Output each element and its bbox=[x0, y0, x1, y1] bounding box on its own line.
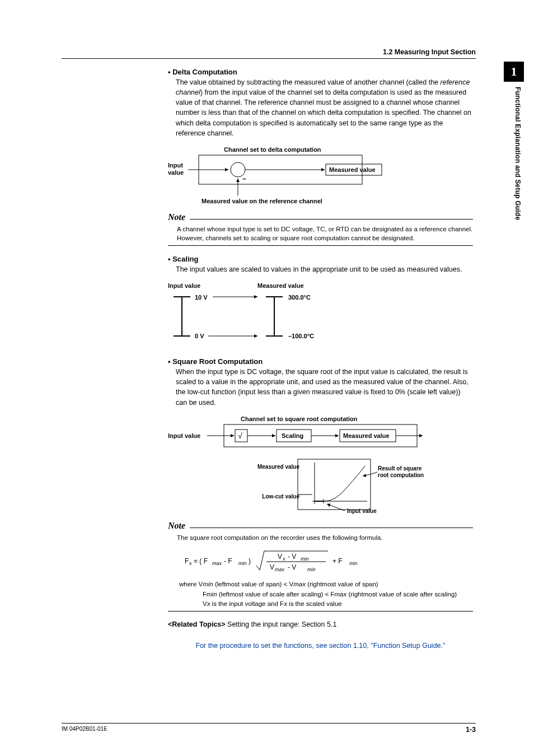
svg-text:F: F bbox=[185, 557, 189, 565]
where-block: where Vmin (leftmost value of span) < Vm… bbox=[179, 580, 473, 609]
heading-sqrt: Square Root Computation bbox=[168, 357, 473, 366]
l-measured: Measured value bbox=[329, 166, 376, 173]
in-lo: 0 V bbox=[195, 333, 204, 339]
l-result2: root computation bbox=[378, 472, 424, 478]
note-label-2: Note bbox=[168, 521, 185, 531]
l-result1: Result of square bbox=[378, 465, 422, 472]
fig-delta: Channel set to delta computation Input v… bbox=[168, 145, 473, 207]
section-header: 1.2 Measuring Input Section bbox=[62, 48, 476, 56]
heading-scaling: Scaling bbox=[168, 255, 473, 263]
svg-text:V: V bbox=[270, 563, 274, 571]
chapter-tab: 1 bbox=[504, 62, 524, 82]
header-rule bbox=[62, 58, 476, 59]
sqrt-diagram: Channel set to square root computation I… bbox=[168, 414, 473, 515]
page-content: 1.2 Measuring Input Section Delta Comput… bbox=[62, 39, 476, 650]
svg-text:- V: - V bbox=[288, 553, 296, 561]
note-rule bbox=[190, 219, 473, 220]
page-number: 1-3 bbox=[466, 726, 476, 734]
t: The value obtained by subtracting the me… bbox=[176, 78, 441, 86]
svg-rect-22 bbox=[298, 459, 371, 510]
fig-scaling: Input value Measured value 10 V 0 V 300.… bbox=[168, 281, 473, 348]
scaling-diagram: Input value Measured value 10 V 0 V 300.… bbox=[168, 281, 358, 348]
out-lo: –100.0°C bbox=[288, 333, 314, 339]
main-content: Delta Computation The value obtained by … bbox=[168, 68, 473, 650]
note-heading-1: Note bbox=[168, 212, 473, 222]
svg-text:= ( F: = ( F bbox=[194, 557, 208, 565]
l-lowcut: Low-cut value bbox=[262, 493, 299, 500]
note-label: Note bbox=[168, 212, 185, 222]
svg-text:+ F: + F bbox=[332, 557, 343, 565]
svg-text:min: min bbox=[238, 561, 247, 566]
related-label: <Related Topics> bbox=[168, 620, 226, 628]
svg-text:): ) bbox=[249, 557, 251, 565]
note-rule-2 bbox=[190, 528, 473, 528]
fig-title: Channel set to delta computation bbox=[224, 146, 321, 153]
l-out: Measured value bbox=[257, 282, 304, 289]
doc-id: IM 04P02B01-01E bbox=[62, 726, 107, 734]
side-label: Functional Explanation and Setup Guide bbox=[514, 87, 522, 220]
body-delta: The value obtained by subtracting the me… bbox=[176, 77, 473, 138]
svg-text:max: max bbox=[212, 561, 222, 566]
chapter-number: 1 bbox=[511, 64, 517, 79]
out-hi: 300.0°C bbox=[288, 294, 311, 301]
sqrt-title: Channel set to square root computation bbox=[241, 416, 358, 422]
l-ref: Measured value on the reference channel bbox=[202, 198, 322, 204]
svg-text:-  F: - F bbox=[224, 557, 232, 565]
delta-diagram: Channel set to delta computation Input v… bbox=[168, 145, 414, 207]
minus-sign: – bbox=[242, 175, 246, 183]
sqrt-sym: √ bbox=[238, 431, 242, 440]
l-in: Input value bbox=[168, 282, 200, 289]
l-value: value bbox=[168, 169, 184, 176]
note-rule-end-2 bbox=[168, 611, 473, 612]
svg-text:x: x bbox=[282, 556, 285, 562]
t2: ) from the input value of the channel se… bbox=[176, 88, 471, 137]
l-scaling: Scaling bbox=[282, 432, 303, 439]
where-1: where Vmin (leftmost value of span) < Vm… bbox=[179, 580, 473, 589]
l-inv: Input value bbox=[168, 432, 200, 439]
l-mvaxis: Measured value bbox=[257, 464, 299, 470]
related-text: Setting the input range: Section 5.1 bbox=[226, 620, 337, 628]
note-heading-2: Note bbox=[168, 521, 473, 531]
where-3: Vx is the input voltage and Fx is the sc… bbox=[203, 599, 473, 609]
in-hi: 10 V bbox=[195, 294, 208, 301]
body-scaling: The input values are scaled to values in… bbox=[176, 264, 473, 274]
fig-sqrt: Channel set to square root computation I… bbox=[168, 414, 473, 515]
svg-text:V: V bbox=[278, 553, 282, 561]
l-mv: Measured value bbox=[343, 432, 390, 439]
related-topics: <Related Topics> Setting the input range… bbox=[168, 620, 473, 628]
body-sqrt: When the input type is DC voltage, the s… bbox=[176, 367, 473, 408]
formula: Fx = ( Fmax - Fmin ) Vx - Vmin Vmax - Vm… bbox=[182, 547, 473, 575]
l-ivaxis: Input value bbox=[347, 508, 377, 514]
note-intro: The square root computation on the recor… bbox=[177, 533, 473, 543]
svg-text:min: min bbox=[307, 567, 316, 572]
heading-delta: Delta Computation bbox=[168, 68, 473, 76]
l-input: Input bbox=[168, 162, 183, 169]
footer: IM 04P02B01-01E 1-3 bbox=[62, 723, 476, 734]
note-body-1: A channel whose input type is set to DC … bbox=[177, 225, 473, 243]
svg-text:x: x bbox=[189, 561, 192, 566]
svg-text:min: min bbox=[349, 561, 358, 566]
blue-note: For the procedure to set the functions, … bbox=[168, 642, 473, 650]
svg-text:min: min bbox=[301, 556, 309, 562]
note-rule-end bbox=[168, 245, 473, 246]
svg-text:-   V: - V bbox=[288, 563, 296, 571]
svg-text:max: max bbox=[275, 567, 285, 572]
where-2: Fmin (leftmost value of scale after scal… bbox=[203, 590, 473, 599]
